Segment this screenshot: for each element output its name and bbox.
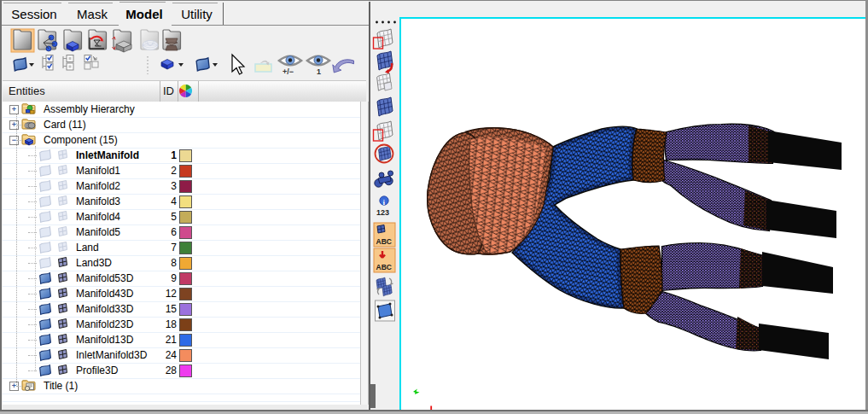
svg-text:ABC: ABC (376, 237, 392, 246)
svg-text:ABC: ABC (376, 263, 392, 271)
svg-text:+/−: +/− (283, 67, 294, 76)
svg-text:123: 123 (376, 208, 389, 217)
svg-text:1: 1 (317, 67, 321, 76)
